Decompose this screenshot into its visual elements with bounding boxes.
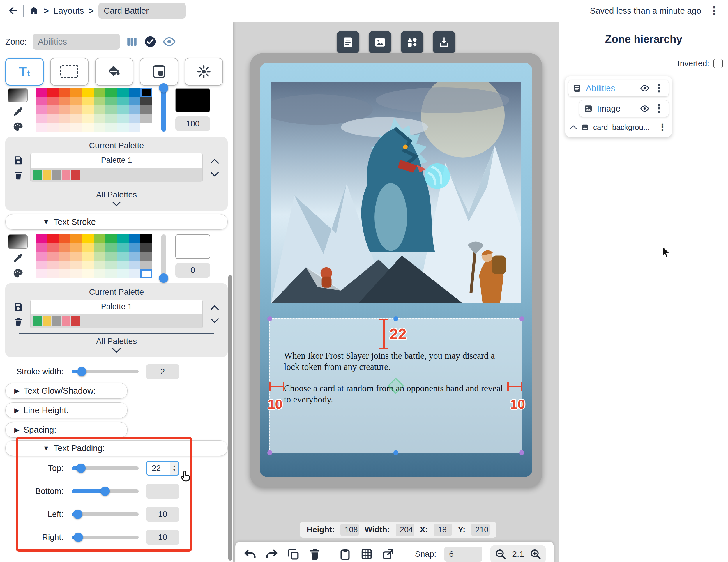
palette-swatch[interactable] xyxy=(33,316,42,326)
text-tool-button[interactable]: Tt xyxy=(5,58,44,86)
color-swatch[interactable] xyxy=(105,123,117,132)
slider-handle[interactable] xyxy=(76,464,86,473)
color-swatch[interactable] xyxy=(129,261,140,269)
palette-swatch[interactable] xyxy=(71,170,80,180)
import-asset-button[interactable] xyxy=(433,31,455,54)
eye-icon[interactable] xyxy=(640,84,649,93)
zone-name-input[interactable] xyxy=(33,34,120,50)
palette-inner[interactable]: Palette 1 xyxy=(30,300,203,328)
color-swatch[interactable] xyxy=(94,105,105,114)
color-swatch[interactable] xyxy=(70,234,82,243)
color-swatch[interactable] xyxy=(82,123,94,132)
palette-swatch[interactable] xyxy=(71,316,80,326)
card-artwork[interactable] xyxy=(271,82,521,303)
color-swatch[interactable] xyxy=(82,105,94,114)
abilities-text-zone[interactable]: When Ikor Frost Slayer joins the battle,… xyxy=(269,318,522,453)
redo-button[interactable] xyxy=(265,547,278,561)
color-swatch[interactable] xyxy=(105,97,117,105)
color-swatch[interactable] xyxy=(47,97,59,105)
kebab-menu-icon[interactable]: ⋮ xyxy=(658,123,667,132)
columns-icon[interactable] xyxy=(126,36,138,48)
color-swatch[interactable] xyxy=(117,97,129,105)
color-swatch[interactable] xyxy=(82,114,94,123)
zoom-in-button[interactable] xyxy=(529,548,542,560)
color-swatch[interactable] xyxy=(129,234,140,243)
color-swatch[interactable] xyxy=(117,234,129,243)
slider-handle[interactable] xyxy=(73,510,82,519)
resize-handle-bottom-left[interactable] xyxy=(267,450,272,455)
color-swatch[interactable] xyxy=(47,88,59,97)
color-swatch[interactable] xyxy=(59,252,70,261)
kebab-menu-icon[interactable]: ⋮ xyxy=(653,103,665,114)
alpha-slider-handle[interactable] xyxy=(159,273,168,283)
resize-handle-top-right[interactable] xyxy=(519,316,524,321)
color-swatch[interactable] xyxy=(94,234,105,243)
chevron-down-icon[interactable] xyxy=(210,318,219,323)
all-palettes-label[interactable]: All Palettes xyxy=(11,190,222,199)
effects-tool-button[interactable] xyxy=(185,58,223,86)
snap-input[interactable] xyxy=(444,547,482,562)
color-swatch[interactable] xyxy=(36,123,47,132)
chevron-down-icon[interactable] xyxy=(112,348,121,353)
paste-button[interactable] xyxy=(338,547,352,561)
color-swatch[interactable] xyxy=(82,97,94,105)
color-swatch[interactable] xyxy=(59,105,70,114)
color-swatch[interactable] xyxy=(47,261,59,269)
slider-handle[interactable] xyxy=(100,487,110,496)
color-swatch[interactable] xyxy=(105,105,117,114)
text-padding-section-header[interactable]: ▼ Text Padding: xyxy=(5,440,228,456)
color-swatch[interactable] xyxy=(105,269,117,278)
palette-inner[interactable]: Palette 1 xyxy=(30,153,203,182)
grid-toggle-button[interactable] xyxy=(360,547,373,561)
color-swatch[interactable] xyxy=(36,88,47,97)
palette-swatch[interactable] xyxy=(52,316,61,326)
color-swatch[interactable] xyxy=(129,243,140,252)
border-tool-button[interactable] xyxy=(50,58,89,86)
eye-icon[interactable] xyxy=(162,35,176,48)
color-swatch[interactable] xyxy=(59,88,70,97)
color-swatch[interactable] xyxy=(47,243,59,252)
slider-handle[interactable] xyxy=(77,367,86,376)
color-swatch[interactable] xyxy=(36,252,47,261)
stroke-width-slider[interactable] xyxy=(72,370,139,373)
alpha-slider-handle[interactable] xyxy=(159,83,168,93)
save-icon[interactable] xyxy=(13,155,23,165)
color-swatch[interactable] xyxy=(140,88,152,97)
color-swatch[interactable] xyxy=(47,114,59,123)
color-swatch[interactable] xyxy=(105,234,117,243)
color-swatch[interactable] xyxy=(70,123,82,132)
kebab-menu-icon[interactable]: ⋮ xyxy=(653,83,665,94)
x-value[interactable]: 18 xyxy=(434,524,452,536)
color-swatch[interactable] xyxy=(70,105,82,114)
color-swatch[interactable] xyxy=(94,123,105,132)
color-swatch[interactable] xyxy=(105,114,117,123)
color-swatch[interactable] xyxy=(59,123,70,132)
card-background[interactable]: When Ikor Frost Slayer joins the battle,… xyxy=(260,63,532,477)
line-height-section-header[interactable]: ▶ Line Height: xyxy=(5,402,128,418)
y-value[interactable]: 210 xyxy=(471,524,490,536)
gradient-swatch[interactable] xyxy=(8,88,28,102)
alpha-value[interactable]: 0 xyxy=(175,263,210,278)
color-swatch[interactable] xyxy=(70,269,82,278)
text-glow-shadow-section-header[interactable]: ▶ Text Glow/Shadow: xyxy=(5,383,128,399)
padding-bottom-slider[interactable] xyxy=(72,489,139,493)
color-swatch[interactable] xyxy=(59,234,70,243)
palette-swatch[interactable] xyxy=(43,316,51,326)
color-swatch[interactable] xyxy=(129,105,140,114)
color-swatch[interactable] xyxy=(94,252,105,261)
add-shape-button[interactable] xyxy=(401,31,423,54)
palette-icon[interactable] xyxy=(12,268,23,279)
padding-left-slider[interactable] xyxy=(72,512,139,516)
color-swatch[interactable] xyxy=(140,269,152,278)
color-swatch[interactable] xyxy=(117,269,129,278)
chevron-down-icon[interactable] xyxy=(112,201,121,206)
inverted-checkbox[interactable] xyxy=(713,59,723,68)
add-image-button[interactable] xyxy=(369,31,391,54)
color-swatch[interactable] xyxy=(70,243,82,252)
color-swatch[interactable] xyxy=(129,123,140,132)
color-swatch[interactable] xyxy=(82,269,94,278)
export-button[interactable] xyxy=(381,547,395,561)
color-swatch[interactable] xyxy=(82,234,94,243)
color-swatch[interactable] xyxy=(129,114,140,123)
color-swatch[interactable] xyxy=(59,269,70,278)
